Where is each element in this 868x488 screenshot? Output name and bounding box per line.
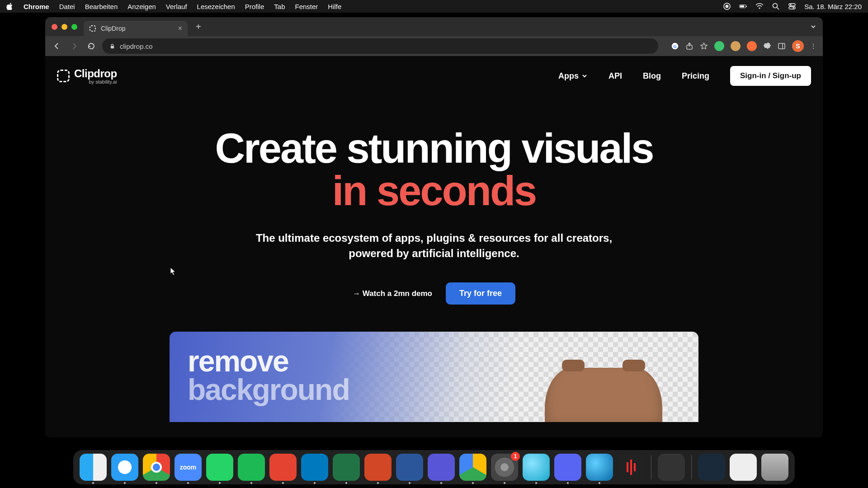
clipdrop-logo-icon[interactable] bbox=[57, 70, 70, 82]
back-button[interactable] bbox=[51, 40, 63, 52]
svg-rect-8 bbox=[789, 4, 795, 6]
feature-card-remove-background[interactable]: remove background bbox=[170, 332, 698, 422]
svg-point-5 bbox=[759, 7, 760, 9]
dock-quicktime[interactable] bbox=[586, 454, 613, 481]
extensions-puzzle-icon[interactable] bbox=[763, 42, 771, 50]
window-close-button[interactable] bbox=[52, 24, 57, 30]
feature-product-image bbox=[545, 368, 662, 422]
dock-trash[interactable] bbox=[761, 454, 788, 481]
menubar-item-profiles[interactable]: Profile bbox=[245, 3, 264, 10]
macos-dock: zoom 1 bbox=[73, 450, 795, 484]
tab-list-dropdown-icon[interactable] bbox=[810, 23, 816, 30]
nav-api[interactable]: API bbox=[609, 71, 622, 81]
try-free-button[interactable]: Try for free bbox=[446, 282, 515, 305]
dock-whatsapp[interactable] bbox=[206, 454, 233, 481]
hero-cta-row: → Watch a 2mn demo Try for free bbox=[45, 282, 823, 305]
hero-subtitle: The ultimate ecosystem of apps, plugins … bbox=[45, 230, 823, 262]
svg-line-7 bbox=[777, 8, 779, 10]
dock-imovie[interactable] bbox=[428, 454, 455, 481]
dock-downloads-stack[interactable] bbox=[698, 454, 725, 481]
menubar-item-bookmarks[interactable]: Lesezeichen bbox=[197, 3, 235, 10]
window-minimize-button[interactable] bbox=[61, 24, 67, 30]
google-translate-icon[interactable]: G bbox=[671, 42, 679, 50]
dock-word[interactable] bbox=[396, 454, 423, 481]
share-icon[interactable] bbox=[685, 42, 693, 50]
screen-record-icon[interactable] bbox=[723, 2, 731, 10]
settings-badge: 1 bbox=[511, 452, 520, 461]
site-header: Clipdrop by stability.ai Apps API Blog P… bbox=[45, 56, 823, 96]
menubar-item-tab[interactable]: Tab bbox=[274, 3, 285, 10]
svg-point-9 bbox=[790, 4, 792, 5]
window-fullscreen-button[interactable] bbox=[71, 24, 77, 30]
chrome-window: ClipDrop × + clipdrop.co G S ⋮ bbox=[45, 17, 823, 437]
signin-button[interactable]: Sign-in / Sign-up bbox=[730, 66, 811, 86]
menubar-datetime[interactable]: Sa. 18. März 22:20 bbox=[804, 3, 862, 10]
nav-pricing[interactable]: Pricing bbox=[682, 71, 709, 81]
extension-cookie-icon[interactable] bbox=[731, 41, 741, 51]
extension-orange-icon[interactable] bbox=[747, 41, 757, 51]
lock-icon bbox=[109, 43, 115, 49]
nav-blog[interactable]: Blog bbox=[643, 71, 661, 81]
dock-preview[interactable] bbox=[658, 454, 685, 481]
wifi-icon[interactable] bbox=[755, 2, 764, 10]
dock-separator bbox=[651, 455, 651, 479]
svg-point-11 bbox=[793, 7, 794, 9]
menubar-item-history[interactable]: Verlauf bbox=[166, 3, 187, 10]
svg-rect-3 bbox=[740, 5, 744, 7]
hero-section: Create stunning visuals in seconds The u… bbox=[45, 127, 823, 305]
address-bar[interactable]: clipdrop.co bbox=[102, 38, 658, 54]
dock-spotify[interactable] bbox=[238, 454, 265, 481]
dock-finder[interactable] bbox=[80, 454, 107, 481]
forward-button[interactable] bbox=[68, 40, 80, 52]
url-text: clipdrop.co bbox=[120, 42, 153, 50]
menubar-item-view[interactable]: Anzeigen bbox=[127, 3, 156, 10]
control-center-icon[interactable] bbox=[788, 2, 796, 10]
dock-safari[interactable] bbox=[111, 454, 138, 481]
spotlight-search-icon[interactable] bbox=[772, 2, 780, 10]
apple-logo-icon[interactable] bbox=[6, 3, 14, 10]
battery-icon[interactable] bbox=[739, 2, 747, 10]
tab-favicon-icon bbox=[89, 25, 96, 32]
menubar-item-window[interactable]: Fenster bbox=[295, 3, 318, 10]
chrome-menu-button[interactable]: ⋮ bbox=[810, 42, 817, 50]
dock-chrome[interactable] bbox=[143, 454, 170, 481]
svg-point-6 bbox=[773, 4, 778, 8]
dock-google-drive[interactable] bbox=[459, 454, 486, 481]
chevron-down-icon bbox=[581, 73, 588, 79]
macos-menubar: Chrome Datei Bearbeiten Anzeigen Verlauf… bbox=[0, 0, 868, 13]
watch-demo-link[interactable]: → Watch a 2mn demo bbox=[353, 289, 432, 298]
dock-trello[interactable] bbox=[301, 454, 328, 481]
dock-system-settings[interactable]: 1 bbox=[491, 454, 518, 481]
reload-button[interactable] bbox=[85, 40, 98, 52]
bookmark-star-icon[interactable] bbox=[700, 42, 708, 50]
menubar-item-help[interactable]: Hilfe bbox=[328, 3, 341, 10]
dock-voice-memos[interactable] bbox=[618, 454, 645, 481]
menubar-item-edit[interactable]: Bearbeiten bbox=[85, 3, 118, 10]
brand-block[interactable]: Clipdrop by stability.ai bbox=[74, 67, 117, 84]
webpage-content: Clipdrop by stability.ai Apps API Blog P… bbox=[45, 56, 823, 437]
svg-point-1 bbox=[726, 5, 729, 8]
menubar-app-name[interactable]: Chrome bbox=[24, 3, 49, 10]
dock-app-aqua[interactable] bbox=[523, 454, 550, 481]
extension-shield-icon[interactable] bbox=[714, 41, 724, 51]
tab-strip: ClipDrop × + bbox=[45, 17, 823, 36]
new-tab-button[interactable]: + bbox=[192, 20, 205, 34]
tab-title: ClipDrop bbox=[101, 25, 125, 32]
tab-close-button[interactable]: × bbox=[178, 24, 182, 33]
browser-tab[interactable]: ClipDrop × bbox=[84, 21, 188, 36]
window-controls bbox=[52, 24, 77, 30]
dock-zoom[interactable]: zoom bbox=[175, 454, 202, 481]
menubar-item-file[interactable]: Datei bbox=[59, 3, 75, 10]
site-nav: Apps API Blog Pricing Sign-in / Sign-up bbox=[558, 66, 811, 86]
dock-discord[interactable] bbox=[554, 454, 581, 481]
dock-todoist[interactable] bbox=[269, 454, 297, 481]
svg-text:G: G bbox=[673, 44, 677, 49]
side-panel-icon[interactable] bbox=[778, 42, 786, 50]
hero-headline: Create stunning visuals in seconds bbox=[45, 127, 823, 212]
nav-apps[interactable]: Apps bbox=[558, 71, 588, 81]
profile-avatar[interactable]: S bbox=[792, 40, 804, 52]
brand-name: Clipdrop bbox=[74, 67, 117, 80]
dock-powerpoint[interactable] bbox=[364, 454, 392, 481]
dock-excel[interactable] bbox=[333, 454, 360, 481]
dock-documents-stack[interactable] bbox=[730, 454, 757, 481]
